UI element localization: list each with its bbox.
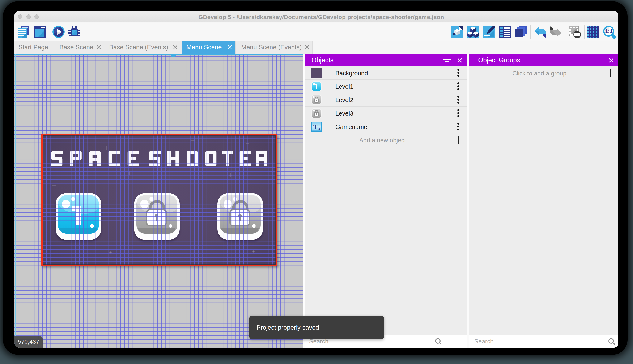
svg-text:T: T: [313, 123, 318, 131]
svg-text:x: x: [319, 126, 320, 131]
svg-text:1:1: 1:1: [605, 28, 613, 34]
